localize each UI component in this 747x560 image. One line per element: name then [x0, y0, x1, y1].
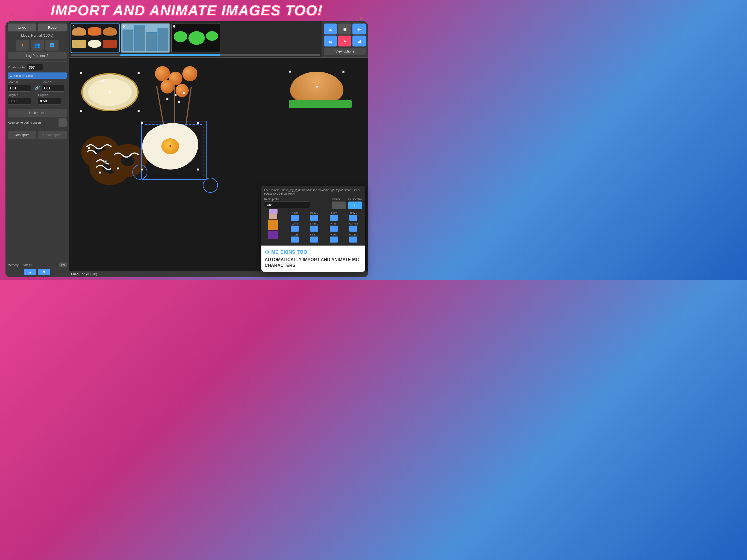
- ball-sel-1: [166, 98, 169, 100]
- mc-part-rarm: R Arm: [325, 222, 343, 232]
- select-circle-1: [132, 164, 147, 180]
- ball-sel-2: [183, 92, 185, 94]
- mc-part-rleg-btn[interactable]: [330, 236, 338, 243]
- scale-y-col: Scale Y: [42, 80, 67, 92]
- arrow-down-button[interactable]: ▼: [38, 269, 50, 275]
- thumbnail-5[interactable]: 5: [121, 23, 170, 53]
- mc-title: MC SKINS TOO!: [271, 249, 309, 255]
- view-icon-grid: ⊡ ▣ ▶ ⊟ ★ ⊞: [324, 24, 366, 47]
- char-body: [268, 220, 278, 230]
- status-text: Fried Egg (ID: 70): [71, 272, 97, 276]
- mc-part-rleg-label: R Leg: [331, 233, 337, 236]
- view-btn-4[interactable]: ⊞: [353, 35, 366, 47]
- mc-part-lleg: L Leg: [285, 233, 304, 243]
- char-leg-l: [268, 231, 273, 239]
- sel-mark-bread-center: [109, 91, 111, 93]
- mc-part-larm2-btn[interactable]: [310, 226, 318, 232]
- mc-part-rleg2-btn[interactable]: [349, 236, 357, 243]
- mc-part-rleg: R Leg: [325, 233, 343, 243]
- food-balls: [88, 27, 101, 35]
- sidebar: Undo Redo Mode: Normal (100%) 🚶 👥 🖼 Lag …: [5, 21, 69, 277]
- mc-part-lleg2-btn[interactable]: [310, 236, 318, 243]
- rotate-input[interactable]: 357: [27, 64, 43, 71]
- view-btn-star[interactable]: ★: [338, 35, 352, 47]
- mc-part-larm-btn[interactable]: [291, 226, 299, 232]
- mc-part-body2-btn[interactable]: [349, 215, 357, 221]
- mc-part-body2: Body 2: [344, 211, 363, 221]
- link-icon: 🔗: [34, 85, 40, 91]
- unjoin-button[interactable]: Unjoin sprite: [38, 131, 67, 139]
- mc-popup-bottom: ⚙ MC SKINS TOO! AUTOMATICALLY IMPORT AND…: [261, 246, 365, 272]
- scale-x-input[interactable]: [8, 85, 31, 92]
- origin-x-input[interactable]: [8, 98, 31, 104]
- help-button[interactable]: (?): [59, 262, 67, 268]
- mc-part-rarm-btn[interactable]: [330, 226, 338, 232]
- char-legs: [268, 230, 278, 239]
- mc-name-input[interactable]: [264, 202, 310, 208]
- thumbnail-6[interactable]: 6: [171, 23, 221, 53]
- scroll-bar[interactable]: [71, 54, 320, 56]
- char-leg-r: [274, 231, 278, 239]
- bread-sprite[interactable]: [81, 73, 138, 111]
- mc-part-rleg2-label: R Leg 2: [349, 233, 358, 236]
- image-icon: 🖼: [50, 42, 54, 48]
- scale-x-col: Scale X: [8, 80, 33, 92]
- donut-sel-1: [88, 147, 90, 149]
- bun-handle-tr: [342, 71, 344, 73]
- mc-part-body2-label: Body 2: [350, 211, 357, 214]
- mc-include-btn[interactable]: [332, 202, 345, 209]
- scale-x-label: Scale X: [8, 80, 33, 84]
- bun-sprite[interactable]: [290, 72, 343, 103]
- top-panel: 4: [69, 21, 368, 58]
- view-btn-play[interactable]: ▶: [353, 24, 366, 34]
- view-btn-2[interactable]: ▣: [338, 24, 352, 34]
- egg-sprite[interactable]: [142, 123, 198, 170]
- banner: IMPORT AND ANIMATE IMAGES TOO!: [0, 2, 374, 19]
- view-btn-3[interactable]: ⊟: [324, 35, 337, 47]
- origin-xy-row: Origin X Origin Y: [8, 93, 67, 104]
- keep-checkbox[interactable]: [58, 119, 67, 127]
- origin-y-input[interactable]: [38, 98, 61, 104]
- join-row: Join sprite Unjoin sprite: [8, 131, 67, 139]
- mc-name-label: Name prefix: [264, 198, 329, 201]
- join-button[interactable]: Join sprite: [8, 131, 36, 139]
- view-options-panel: ⊡ ▣ ▶ ⊟ ★ ⊞ View options: [321, 21, 368, 57]
- mc-part-rarm2-btn[interactable]: [349, 226, 357, 232]
- undo-button[interactable]: Undo: [8, 24, 36, 31]
- group-icon: 👥: [34, 42, 40, 48]
- mc-part-head-btn[interactable]: [291, 215, 299, 221]
- mc-part-rarm2: R Arm 2: [344, 222, 363, 232]
- lettuce-sprite[interactable]: [289, 100, 352, 108]
- arrow-up-button[interactable]: ▲: [24, 269, 36, 275]
- scale-edge-button[interactable]: ⊡ Scale to: Edge: [8, 73, 67, 79]
- lag-button[interactable]: Lag Problems?: [8, 52, 67, 59]
- origin-x-label: Origin X: [8, 93, 36, 97]
- mc-perspective-btn[interactable]: |||: [349, 202, 362, 209]
- person-icon-btn[interactable]: 🚶: [16, 40, 29, 51]
- bun-shape: [290, 72, 343, 103]
- food-burger: [72, 27, 86, 35]
- skewer-sprite[interactable]: [152, 63, 199, 126]
- locked-button[interactable]: Locked: No: [8, 109, 67, 117]
- view-btn-1[interactable]: ⊡: [324, 24, 337, 34]
- ball-1: [155, 66, 170, 81]
- select-circle-2: [203, 178, 218, 193]
- thumbnail-4[interactable]: 4: [71, 23, 120, 53]
- mc-part-head2-btn[interactable]: [310, 215, 318, 221]
- icon-row: 🚶 👥 🖼: [8, 40, 67, 51]
- mc-part-lleg2: L Leg 2: [305, 233, 324, 243]
- mc-part-lleg-btn[interactable]: [291, 236, 299, 243]
- group-icon-btn[interactable]: 👥: [31, 40, 44, 51]
- redo-button[interactable]: Redo: [38, 24, 67, 31]
- image-icon-btn[interactable]: 🖼: [45, 40, 58, 51]
- view-options-label[interactable]: View options: [324, 48, 366, 55]
- banner-title: IMPORT AND ANIMATE IMAGES TOO!: [51, 2, 323, 18]
- mc-part-body-btn[interactable]: [330, 215, 338, 221]
- thumbnails-row: 4: [69, 21, 321, 53]
- scale-y-input[interactable]: [42, 85, 65, 92]
- egg-yolk: [161, 138, 179, 154]
- mc-name-area: Name prefix: [264, 198, 329, 208]
- mc-char-parts-row: Head Head 2 Body Body 2 L Arm: [264, 211, 363, 243]
- mc-perspective-area: Perspective |||: [349, 198, 363, 209]
- mc-part-larm2: L Arm 2: [305, 222, 324, 232]
